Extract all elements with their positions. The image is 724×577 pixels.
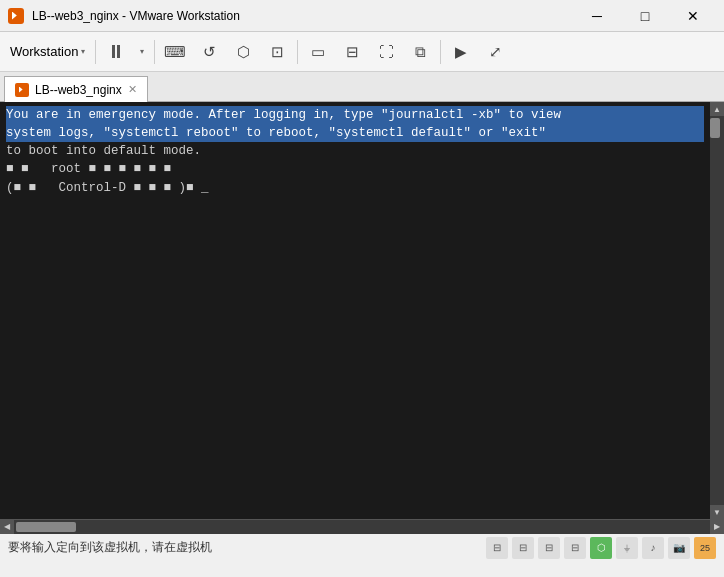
- minimize-button[interactable]: ─: [574, 0, 620, 32]
- main-area: You are in emergency mode. After logging…: [0, 102, 724, 519]
- window-controls: ─ □ ✕: [574, 0, 716, 32]
- scrollbar-left-arrow[interactable]: ◀: [0, 520, 14, 534]
- status-icon-time[interactable]: 25: [694, 537, 716, 559]
- power-icon: ↺: [203, 44, 216, 59]
- toolbar: Workstation ▾ ▾ ⌨ ↺ ⬡ ⊡ ▭ ⊟ ⛶ ⧉ ▶: [0, 32, 724, 72]
- status-icon-vm4[interactable]: ⊟: [564, 537, 586, 559]
- power-button[interactable]: ↺: [193, 36, 225, 68]
- toolbar-separator-3: [297, 40, 298, 64]
- fullscreen-icon: ⛶: [379, 44, 394, 59]
- tab-vm-icon: [15, 83, 29, 97]
- terminal-line-2: system logs, "systemctl reboot" to reboo…: [6, 124, 704, 142]
- terminal-line-5: (■ ■ Control-D ■ ■ ■ )■ _: [6, 179, 704, 197]
- tab-bar: LB--web3_nginx ✕: [0, 72, 724, 102]
- status-icon-vm1[interactable]: ⊟: [486, 537, 508, 559]
- pause-dropdown-arrow: ▾: [140, 47, 144, 56]
- pause-button[interactable]: [100, 36, 132, 68]
- status-bar: 要将输入定向到该虚拟机，请在虚拟机 ⊟ ⊟ ⊟ ⊟ ⬡ ⏚ ♪ 📷 25: [0, 533, 724, 561]
- workstation-dropdown-arrow: ▾: [81, 47, 85, 56]
- maximize-button[interactable]: □: [622, 0, 668, 32]
- single-view-button[interactable]: ▭: [302, 36, 334, 68]
- app-icon: [8, 8, 24, 24]
- status-icon-vm2[interactable]: ⊟: [512, 537, 534, 559]
- toolbar-separator-2: [154, 40, 155, 64]
- scrollbar-right-arrow[interactable]: ▶: [710, 520, 724, 534]
- status-icon-network[interactable]: ⬡: [590, 537, 612, 559]
- scrollbar-h-thumb[interactable]: [16, 522, 76, 532]
- unity-button[interactable]: ⧉: [404, 36, 436, 68]
- close-button[interactable]: ✕: [670, 0, 716, 32]
- keyboard-icon: ⌨: [164, 44, 186, 59]
- status-icon-vm3[interactable]: ⊟: [538, 537, 560, 559]
- status-icon-audio[interactable]: ♪: [642, 537, 664, 559]
- terminal-line-1: You are in emergency mode. After logging…: [6, 106, 704, 124]
- tab-label: LB--web3_nginx: [35, 83, 122, 97]
- scrollbar-thumb[interactable]: [710, 118, 720, 138]
- multi-view-icon: ⊟: [346, 44, 359, 59]
- horizontal-scrollbar[interactable]: ◀ ▶: [0, 519, 724, 533]
- expand-button[interactable]: ⤢: [479, 36, 511, 68]
- expand-icon: ⤢: [489, 44, 502, 59]
- pause-dropdown-button[interactable]: ▾: [134, 36, 150, 68]
- status-icon-usb[interactable]: ⏚: [616, 537, 638, 559]
- console-icon: ▶: [455, 44, 467, 59]
- status-icons: ⊟ ⊟ ⊟ ⊟ ⬡ ⏚ ♪ 📷 25: [486, 537, 716, 559]
- status-icon-camera[interactable]: 📷: [668, 537, 690, 559]
- terminal[interactable]: You are in emergency mode. After logging…: [0, 102, 710, 519]
- multi-view-button[interactable]: ⊟: [336, 36, 368, 68]
- snapshot-button[interactable]: ⊡: [261, 36, 293, 68]
- workstation-menu-button[interactable]: Workstation ▾: [4, 36, 91, 68]
- scrollbar-up-arrow[interactable]: ▲: [710, 102, 724, 116]
- window-title: LB--web3_nginx - VMware Workstation: [32, 9, 574, 23]
- status-text: 要将输入定向到该虚拟机，请在虚拟机: [8, 539, 478, 556]
- terminal-line-4: ■ ■ root ■ ■ ■ ■ ■ ■: [6, 160, 704, 178]
- scrollbar-h-track: [14, 520, 710, 534]
- toolbar-separator-1: [95, 40, 96, 64]
- toolbar-separator-4: [440, 40, 441, 64]
- network-button[interactable]: ⬡: [227, 36, 259, 68]
- snapshot-icon: ⊡: [271, 44, 284, 59]
- tab-close-button[interactable]: ✕: [128, 83, 137, 96]
- title-bar: LB--web3_nginx - VMware Workstation ─ □ …: [0, 0, 724, 32]
- vertical-scrollbar[interactable]: ▲ ▼: [710, 102, 724, 519]
- network-icon: ⬡: [237, 44, 250, 59]
- pause-icon: [112, 45, 120, 58]
- console-button[interactable]: ▶: [445, 36, 477, 68]
- send-ctrl-alt-del-button[interactable]: ⌨: [159, 36, 191, 68]
- vm-tab[interactable]: LB--web3_nginx ✕: [4, 76, 148, 102]
- scrollbar-down-arrow[interactable]: ▼: [710, 505, 724, 519]
- single-view-icon: ▭: [311, 44, 325, 59]
- fullscreen-button[interactable]: ⛶: [370, 36, 402, 68]
- unity-icon: ⧉: [415, 44, 426, 59]
- terminal-line-3: to boot into default mode.: [6, 142, 704, 160]
